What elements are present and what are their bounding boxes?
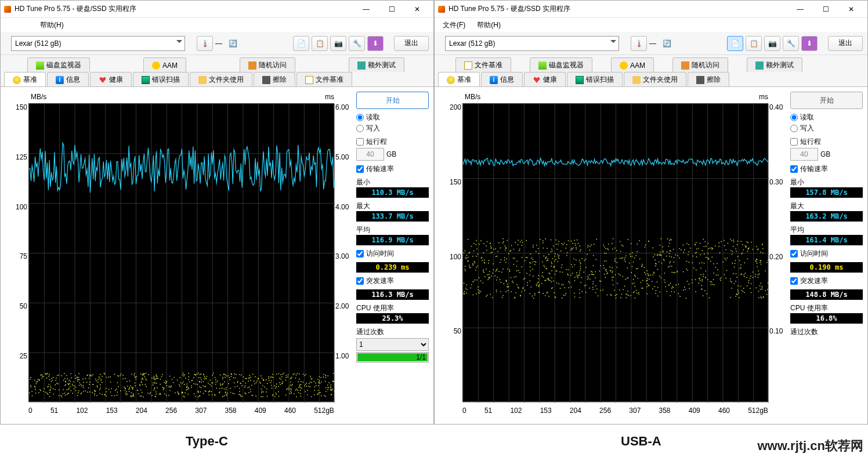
- save-button[interactable]: ⬇: [367, 36, 384, 51]
- toolbar: Lexar (512 gB) 🌡️ — 🔄 📄 📋 📷 🔧 ⬇ 退出: [1, 32, 433, 55]
- titlebar: HD Tune Pro 5.75 - 硬盘/SSD 实用程序 — ☐ ✕: [435, 1, 867, 18]
- menubar: 帮助(H): [1, 18, 433, 32]
- tab-erase[interactable]: 擦除: [254, 72, 295, 87]
- tab-aam[interactable]: AAM: [143, 57, 186, 72]
- save-button[interactable]: ⬇: [801, 36, 818, 51]
- tab-benchmark[interactable]: 基准: [438, 72, 480, 87]
- passes-select[interactable]: 1: [356, 338, 429, 351]
- tab-diskmonitor[interactable]: 磁盘监视器: [27, 57, 90, 72]
- bulb-icon: [447, 76, 455, 84]
- screenshot-button[interactable]: 📷: [330, 36, 346, 51]
- exit-button[interactable]: 退出: [394, 36, 429, 51]
- tab-erase[interactable]: 擦除: [688, 72, 729, 87]
- check-burst[interactable]: 突发速率: [356, 276, 429, 286]
- radio-read[interactable]: 读取: [790, 113, 863, 122]
- tab-info[interactable]: 信息: [481, 72, 523, 87]
- tab-errorscan[interactable]: 错误扫描: [133, 72, 189, 87]
- copy-text-button[interactable]: 📄: [727, 36, 743, 51]
- y-right-label: ms: [325, 93, 334, 101]
- file-icon: [305, 76, 313, 84]
- refresh-icon[interactable]: 🔄: [225, 36, 241, 51]
- monitor-icon: [538, 61, 547, 70]
- tab-filebench[interactable]: 文件基准: [455, 57, 511, 72]
- copy-info-button[interactable]: 📋: [312, 36, 328, 51]
- stat-max: 133.7 MB/s: [356, 211, 429, 222]
- close-button[interactable]: ✕: [404, 1, 430, 17]
- tab-benchmark[interactable]: 基准: [4, 72, 46, 87]
- drive-select[interactable]: Lexar (512 gB): [445, 36, 619, 51]
- tab-health[interactable]: 健康: [524, 72, 566, 87]
- shortstroke-input[interactable]: GB: [356, 148, 429, 161]
- minimize-button[interactable]: —: [787, 1, 813, 17]
- monitor-icon: [36, 61, 44, 70]
- side-panel: 开始 读取 写入 短行程 GB 传输速率 最小157.8 MB/s 最大163.…: [790, 92, 863, 419]
- magnify-icon: [142, 76, 150, 84]
- random-icon: [681, 61, 689, 70]
- menu-help[interactable]: 帮助(H): [472, 19, 505, 31]
- speaker-icon: [152, 61, 160, 70]
- y-right-ticks: 0.400.300.20 0.10: [769, 103, 786, 402]
- check-access[interactable]: 访问时间: [356, 249, 429, 259]
- screenshot-button[interactable]: 📷: [764, 36, 780, 51]
- close-button[interactable]: ✕: [838, 1, 864, 17]
- tabs-upper: 磁盘监视器 AAM 随机访问 额外测试: [1, 55, 433, 72]
- maximize-button[interactable]: ☐: [379, 1, 404, 17]
- shortstroke-input[interactable]: GB: [790, 148, 863, 161]
- radio-read[interactable]: 读取: [356, 113, 429, 122]
- tab-random[interactable]: 随机访问: [672, 57, 728, 72]
- chart-area: MB/s ms 150125100 755025 6.005.004.00 3.…: [5, 92, 352, 419]
- tab-extra[interactable]: 额外测试: [349, 57, 404, 72]
- check-transfer[interactable]: 传输速率: [356, 164, 429, 174]
- menu-help[interactable]: 帮助(H): [35, 19, 68, 31]
- side-panel: 开始 读取 写入 短行程 GB 传输速率 最小110.3 MB/s 最大133.…: [356, 92, 429, 419]
- check-access[interactable]: 访问时间: [790, 249, 863, 259]
- radio-write[interactable]: 写入: [790, 124, 863, 133]
- info-icon: [56, 76, 64, 84]
- trash-icon: [262, 76, 270, 84]
- speaker-icon: [620, 61, 628, 70]
- tab-filebench[interactable]: 文件基准: [296, 72, 352, 87]
- drive-select[interactable]: Lexar (512 gB): [11, 36, 185, 51]
- bulb-icon: [13, 76, 21, 84]
- stat-cpu: 16.8%: [790, 313, 863, 324]
- copy-info-button[interactable]: 📋: [746, 36, 762, 51]
- stat-burst: 148.8 MB/s: [790, 289, 863, 300]
- temp-icon-button[interactable]: 🌡️: [197, 36, 213, 51]
- exit-button[interactable]: 退出: [828, 36, 863, 51]
- content: MB/s ms 150125100 755025 6.005.004.00 3.…: [1, 86, 433, 424]
- heart-icon: [533, 76, 541, 84]
- options-button[interactable]: 🔧: [349, 36, 365, 51]
- tab-random[interactable]: 随机访问: [240, 57, 295, 72]
- toolbar: Lexar (512 gB) 🌡️ — 🔄 📄 📋 📷 🔧 ⬇ 退出: [435, 32, 867, 55]
- file-icon: [464, 61, 472, 70]
- tab-folder[interactable]: 文件夹使用: [624, 72, 686, 87]
- stat-access: 0.239 ms: [356, 262, 429, 273]
- chart-area: MB/s ms 200150100 50 0.400.300.20 0.10 0…: [439, 92, 786, 419]
- tab-folder[interactable]: 文件夹使用: [190, 72, 252, 87]
- y-right-ticks: 6.005.004.00 3.002.001.00: [335, 103, 352, 402]
- y-left-ticks: 150125100 755025: [5, 103, 27, 402]
- check-shortstroke[interactable]: 短行程: [790, 137, 863, 147]
- tab-aam[interactable]: AAM: [611, 57, 654, 72]
- tab-extra[interactable]: 额外测试: [747, 57, 802, 72]
- start-button[interactable]: 开始: [790, 92, 863, 109]
- stat-min: 110.3 MB/s: [356, 187, 429, 198]
- maximize-button[interactable]: ☐: [813, 1, 838, 17]
- check-burst[interactable]: 突发速率: [790, 276, 863, 286]
- refresh-icon[interactable]: 🔄: [659, 36, 675, 51]
- options-button[interactable]: 🔧: [783, 36, 799, 51]
- check-shortstroke[interactable]: 短行程: [356, 137, 429, 147]
- tab-info[interactable]: 信息: [47, 72, 89, 87]
- copy-text-button[interactable]: 📄: [293, 36, 309, 51]
- y-left-label: MB/s: [31, 93, 46, 101]
- minimize-button[interactable]: —: [353, 1, 379, 17]
- tab-diskmonitor[interactable]: 磁盘监视器: [530, 57, 592, 72]
- temp-icon-button[interactable]: 🌡️: [631, 36, 647, 51]
- tab-health[interactable]: 健康: [90, 72, 132, 87]
- stat-max: 163.2 MB/s: [790, 211, 863, 222]
- tab-errorscan[interactable]: 错误扫描: [567, 72, 623, 87]
- menu-file[interactable]: 文件(F): [438, 19, 470, 31]
- check-transfer[interactable]: 传输速率: [790, 164, 863, 174]
- radio-write[interactable]: 写入: [356, 124, 429, 133]
- start-button[interactable]: 开始: [356, 92, 429, 109]
